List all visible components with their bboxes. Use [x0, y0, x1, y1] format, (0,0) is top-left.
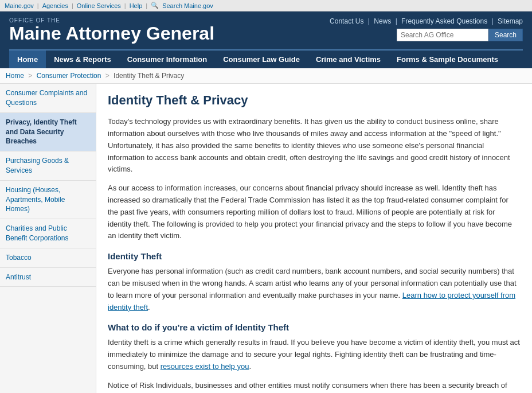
- breadcrumb-sep1: >: [28, 72, 34, 80]
- sidebar-item-antitrust: Antitrust: [0, 268, 96, 287]
- search-form: Search: [397, 29, 523, 41]
- sidebar-antitrust-link[interactable]: Antitrust: [0, 268, 96, 287]
- nav-home-link[interactable]: Home: [9, 50, 46, 68]
- sidebar-purchasing-link[interactable]: Purchasing Goods & Services: [0, 151, 96, 180]
- top-bar: Maine.gov | Agencies | Online Services |…: [0, 0, 532, 11]
- section1-heading: Identity Theft: [108, 251, 521, 261]
- nav-news-link[interactable]: News & Reports: [46, 50, 119, 68]
- site-title: Maine Attorney General: [9, 24, 214, 44]
- sidebar-item-privacy: Privacy, Identity Theft and Data Securit…: [0, 113, 96, 151]
- sep1: |: [37, 2, 39, 9]
- page-title: Identity Theft & Privacy: [108, 93, 521, 108]
- nav-item-forms: Forms & Sample Documents: [389, 50, 506, 68]
- header-links: Contact Us | News | Frequently Asked Que…: [330, 17, 523, 25]
- main-layout: Consumer Complaints and Questions Privac…: [0, 84, 532, 393]
- sitemap-link[interactable]: Sitemap: [498, 17, 523, 25]
- news-link[interactable]: News: [374, 17, 391, 25]
- help-link[interactable]: Help: [130, 2, 143, 9]
- intro-para-2: As our access to information increases, …: [108, 182, 521, 242]
- breadcrumb-current: Identity Theft & Privacy: [114, 72, 184, 80]
- section1-para: Everyone has personal information (such …: [108, 266, 521, 313]
- search-maine-link[interactable]: Search Maine.gov: [162, 2, 213, 9]
- search-button[interactable]: Search: [488, 29, 523, 41]
- search-maine-icon: 🔍: [151, 2, 159, 9]
- sep6: |: [396, 17, 399, 25]
- sep2: |: [72, 2, 73, 9]
- breadcrumb: Home > Consumer Protection > Identity Th…: [0, 68, 532, 84]
- sep3: |: [124, 2, 126, 9]
- header-logo: OFFICE OF THE Maine Attorney General: [9, 17, 214, 44]
- section3-para: Notice of Risk Individuals, businesses a…: [108, 380, 521, 393]
- sidebar-privacy-link[interactable]: Privacy, Identity Theft and Data Securit…: [0, 113, 96, 151]
- main-nav: Home News & Reports Consumer Information…: [9, 49, 523, 68]
- header: OFFICE OF THE Maine Attorney General Con…: [0, 11, 532, 68]
- breadcrumb-sep2: >: [105, 72, 111, 80]
- section2-heading: What to do if you're a victim of Identit…: [108, 322, 521, 332]
- breadcrumb-home[interactable]: Home: [6, 72, 24, 80]
- header-right: Contact Us | News | Frequently Asked Que…: [330, 17, 523, 41]
- sidebar-housing-link[interactable]: Housing (Houses, Apartments, Mobile Home…: [0, 181, 96, 219]
- faq-link[interactable]: Frequently Asked Questions: [401, 17, 487, 25]
- nav-forms-link[interactable]: Forms & Sample Documents: [389, 50, 506, 68]
- sidebar-item-housing: Housing (Houses, Apartments, Mobile Home…: [0, 181, 96, 219]
- resources-link[interactable]: resources exist to help you: [161, 362, 249, 371]
- section2-text-after: .: [249, 362, 251, 371]
- search-input[interactable]: [397, 29, 488, 41]
- sidebar: Consumer Complaints and Questions Privac…: [0, 84, 96, 393]
- section3-text-before: Notice of Risk Individuals, businesses a…: [108, 381, 514, 393]
- sidebar-item-tobacco: Tobacco: [0, 248, 96, 268]
- sidebar-charities-link[interactable]: Charities and Public Benefit Corporation…: [0, 219, 96, 248]
- nav-item-consumer-info: Consumer Information: [119, 50, 215, 68]
- online-services-link[interactable]: Online Services: [77, 2, 121, 9]
- content-area: Identity Theft & Privacy Today's technol…: [96, 84, 532, 393]
- nav-item-news: News & Reports: [46, 50, 119, 68]
- breadcrumb-consumer-protection[interactable]: Consumer Protection: [37, 72, 101, 80]
- sep5: |: [368, 17, 371, 25]
- sep7: |: [492, 17, 495, 25]
- nav-item-consumer-law: Consumer Law Guide: [215, 50, 308, 68]
- contact-us-link[interactable]: Contact Us: [330, 17, 363, 25]
- nav-consumer-info-link[interactable]: Consumer Information: [119, 50, 215, 68]
- section1-text-after: .: [148, 303, 150, 312]
- sidebar-item-purchasing: Purchasing Goods & Services: [0, 151, 96, 181]
- sep4: |: [146, 2, 147, 9]
- nav-crime-link[interactable]: Crime and Victims: [308, 50, 389, 68]
- sidebar-item-charities: Charities and Public Benefit Corporation…: [0, 219, 96, 248]
- sidebar-tobacco-link[interactable]: Tobacco: [0, 248, 96, 267]
- nav-consumer-law-link[interactable]: Consumer Law Guide: [215, 50, 308, 68]
- intro-para-1: Today's technology provides us with extr…: [108, 116, 521, 176]
- sidebar-complaints-link[interactable]: Consumer Complaints and Questions: [0, 84, 96, 112]
- agencies-link[interactable]: Agencies: [42, 2, 68, 9]
- maine-gov-link[interactable]: Maine.gov: [5, 2, 34, 9]
- nav-item-home: Home: [9, 50, 46, 68]
- nav-item-crime: Crime and Victims: [308, 50, 389, 68]
- section2-para: Identity theft is a crime which generall…: [108, 337, 521, 372]
- sidebar-item-complaints: Consumer Complaints and Questions: [0, 84, 96, 113]
